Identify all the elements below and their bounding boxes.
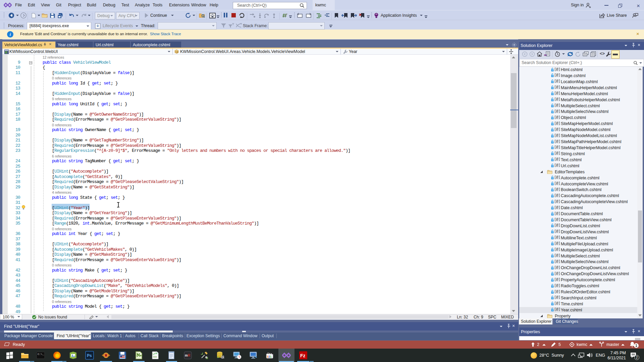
svg-text:321: 321	[267, 355, 272, 358]
svg-text:R: R	[188, 354, 191, 357]
svg-text:Fz: Fz	[300, 353, 306, 358]
svg-text:∞: ∞	[544, 53, 547, 57]
svg-text:C:\_: C:\_	[38, 353, 44, 356]
svg-text:Ps: Ps	[87, 353, 92, 358]
svg-text:m: m	[185, 354, 188, 357]
